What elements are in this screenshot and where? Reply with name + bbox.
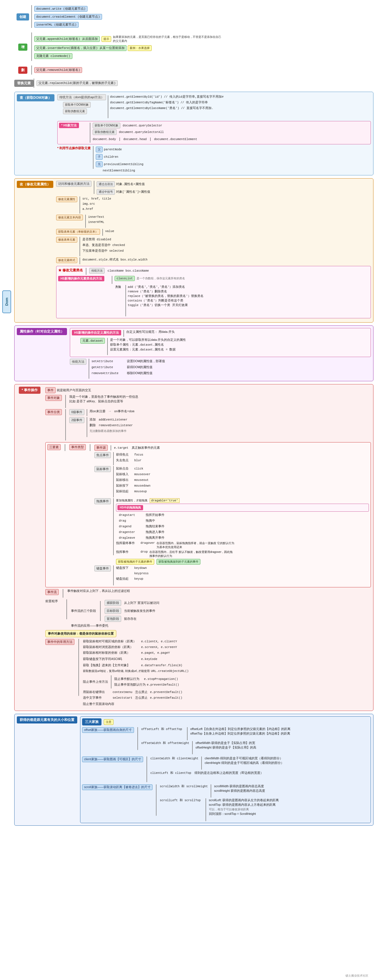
event-common-label: 事件中的常用方法 — [45, 639, 74, 645]
getAttribute-desc: 获得DOM的属性值 — [127, 365, 153, 369]
selectstart-label: 选中文字事件 — [83, 696, 112, 700]
prevent-default-label: 阻止事件冒泡默认行为 — [114, 683, 145, 687]
event-target-note-box: 事件对象使用的坐标：都是保存的鼠标坐标位置 — [45, 630, 116, 637]
key-info-row: 获取键盘按下的字符ASCII码 e.keyCode — [83, 657, 371, 661]
mouseover-label: 鼠标移入 — [116, 473, 133, 476]
offsetLeft-code: offsetLeft 和 offsetTop — [141, 727, 184, 731]
key-info-code: e.keyCode — [141, 657, 157, 661]
event-class-label: 事件分类 — [45, 409, 62, 415]
dragenter-code: dragenter — [119, 530, 144, 534]
three-family-header: 三大家族 注意 — [82, 718, 369, 725]
scrollWidth-row: scrollWidth 和 scrollHeight scrollWidth 获… — [160, 784, 369, 797]
attr-img-src: img.src — [82, 202, 95, 205]
clientWidth-desc: clientWidth 得到的是盒子可视区域的宽（看得到的部分） — [205, 757, 284, 760]
event-types-label: 事件类型 — [69, 444, 86, 450]
url-method-label: 获取数据流url地址，复用url转储, 转换成url, 才能使用 — [83, 669, 150, 673]
event-def-text: 就是能用户与页面的交互 — [57, 388, 91, 392]
event-inner: * 事件操作 事件 就是能用户与页面的交互 事 — [17, 387, 371, 708]
add-items: 父元素.appendChild(标签名) 从后面添加 提示 如果要添加的元素，是… — [34, 31, 374, 63]
drag-note-2: 获取被拖拽放到的子元素的事件 — [157, 559, 200, 565]
coord-client-code: e.clientX, e.clientY — [141, 640, 177, 643]
focus-lose-label: 失去焦点 — [116, 458, 133, 462]
notation-section: 访问和修改元素的方法 通过点语法 对象.属性名=属性值 通过中括号 对象['属性… — [56, 181, 371, 195]
create-item-1: document.write (创建元素节点) — [34, 6, 88, 12]
h5-get-single: 获取单个DOM对象 — [93, 123, 120, 129]
bubble-label: 冒泡阶段 — [105, 616, 121, 622]
keyup-code: keyup — [134, 577, 143, 581]
event-label: * 事件操作 — [19, 387, 40, 394]
offsetLeft-row: offsetLeft 和 offsetTop offsetLeft【自身左外边框… — [141, 727, 369, 740]
event-flow-label: 事件流 — [45, 589, 59, 595]
h5-data-attr-section: H5新增的操作自定义属性的方法 自定义属性写法规范： 用data-开头 元素.d… — [70, 328, 371, 357]
h5-methods-section: * H5新方法 获取单个DOM对象 document.querySelector… — [57, 121, 371, 144]
replace-item-1: 父元素.replaceChild(新的子元素，被替换的子元素) — [37, 80, 118, 86]
mousedown-code: mousedown — [134, 484, 150, 487]
form-text-section: 获取表单元素（单标签的文本） value — [56, 229, 371, 236]
scrollHeight-desc: scrollHeight 获得的是图画内容总高度 — [214, 789, 265, 793]
event-flow-desc-section: 前置程序 事件流的三个阶段 捕获阶段 从上到下 置顶可以被访问 — [45, 599, 371, 628]
h5-querySelector: document.querySelector — [123, 124, 162, 127]
flow-stages-label: 事件流的三个阶段 — [71, 609, 96, 613]
dragleave-code: dragleave — [119, 536, 144, 539]
scroll-label: scroll家族——获取滚动距离【被卷进去】的尺寸 — [82, 784, 152, 790]
keyup-label: 键盘抬起 — [116, 577, 133, 581]
event-obj-desc2: 比如 是否了 altKey、鼠标点击的位置等 — [69, 399, 138, 403]
event-flow-section: 事件流 事件触发对应从上到下，再从以上的过滤过程 — [45, 589, 371, 598]
node-children: children — [104, 155, 118, 159]
target-label: 目标阶段 — [105, 608, 121, 614]
event-basics: 事件 就是能用户与页面的交互 事件对象 我是一个对象，里面包含了事件触发时的一些… — [45, 387, 371, 441]
dataset-desc: 是一个对象，可以获取所有以data-开头的自定义的属性 — [110, 338, 186, 342]
add-note2: 案例：水果选择 — [128, 45, 152, 51]
classList-code: classList — [115, 276, 135, 281]
offset-label: offset家族——获取图画自身的尺寸 — [82, 727, 134, 733]
prevent-selectstart-code: e.preventDefault() — [150, 696, 182, 700]
h5-body: document.body — [93, 137, 116, 141]
size-inner: 获得的都是跟元素有关的大小和位置 三大家族 注意 offset家族——获取图画自… — [17, 716, 371, 823]
node-previousSibling: previousElementSibling — [104, 162, 143, 166]
three-elements-label: 三要素 — [47, 444, 61, 450]
classList-contains: contains（'类名'）判断是否有这个类 — [128, 299, 203, 303]
form-text-label: 获取表单元素（单标签的文本） — [56, 229, 100, 235]
focus-get-label: 获得焦点 — [116, 453, 133, 457]
replace-section: 替换元素 父元素.replaceChild(新的子元素，被替换的子元素) — [14, 78, 374, 89]
visit-modify-label: 访问和修改元素的方法 — [56, 181, 91, 187]
bracket-notation-code: 对象['属性名']=属性值 — [116, 190, 150, 194]
event-common-section: 事件中的常用方法 获取鼠标相对可视区域的坐标（距离） e.clientX, e.… — [45, 639, 371, 707]
dataset-get: 获取单个属性：元素.dataset.属性名 — [110, 343, 186, 347]
click-label: 鼠标点击 — [116, 467, 133, 471]
create-item-3: innerHTML (创建元素节点) — [34, 22, 79, 28]
form-disabled: 是否禁用 disabled — [82, 237, 111, 242]
h5-head: document.head — [123, 137, 147, 141]
traditional-attr-label: 传统方法 — [70, 359, 86, 365]
prevent-selectstart-label: 怎么禁止 — [135, 696, 148, 700]
offsetWidth-desc: offsetWidth 获得的是盒子【实际占用】的宽 — [195, 741, 256, 745]
add-item-3: 克隆元素 cloneNode() — [34, 53, 72, 59]
query-section: 查（获取DOM对象） 传统方法（dom提供的api方法） 获取单个DOM对象 获… — [14, 92, 374, 175]
create-label: 创建 — [16, 13, 29, 21]
prevent-scroll-label: 阻止整个页面滚动内容 — [83, 702, 114, 706]
offset-family: offset家族——获取图画自身的尺寸 offsetLeft 和 offsetT… — [82, 727, 369, 754]
event-obj-label: 事件对象 — [45, 395, 62, 401]
event-flow-desc: 事件触发对应从上到下，再从以上的过滤过程 — [67, 589, 130, 593]
release-label: 指挥事件 — [116, 550, 139, 554]
setAttribute-code: setAttribute — [91, 360, 126, 363]
dataset-set: 设置元素属性：元素.dataset.属性名 = 数据 — [110, 348, 186, 352]
stop-propagation-section: 阻止事件上传方法 阻止事件默认行为 e.stopPropagation() — [83, 675, 371, 700]
h5-classname-section: ★ 修改元素类名 传统方法 className box.className H5… — [56, 266, 371, 318]
form-selected: 下拉菜单是否选中 selected — [82, 249, 124, 253]
className-code: className box.className — [107, 269, 149, 272]
delete-label: 删 — [18, 67, 27, 74]
dragover-row: 指挥最终事件 dragover 在容器范围内，鼠标拖拽指挥者，就会一直触发 它的… — [116, 541, 369, 549]
size-section: 获得的都是跟元素有关的大小和位置 三大家族 注意 offset家族——获取图画自… — [14, 714, 374, 826]
dragend-code: dragend — [119, 525, 144, 528]
dom2-removeEventListener: removeEventListener — [99, 424, 133, 427]
dom0-add-label: 用on来注册 — [90, 409, 105, 413]
classList-remove: remove（'类名'）删除类名 — [128, 290, 203, 294]
mouseover-code: mouseover — [134, 473, 150, 476]
attr-src-href: src, href, title — [82, 197, 111, 200]
attr-a-href: a.href — [82, 207, 93, 211]
drag-note-1: 获取被拖拽的子元素的事件 — [116, 559, 154, 565]
getAttribute-code: getAttribute — [91, 366, 126, 369]
url-method-code: URL.createObjectURL() — [151, 669, 189, 673]
add-item-2: 父元素.insertBefore(插签名，插入位置) 从某一位置前添加 — [34, 45, 126, 51]
